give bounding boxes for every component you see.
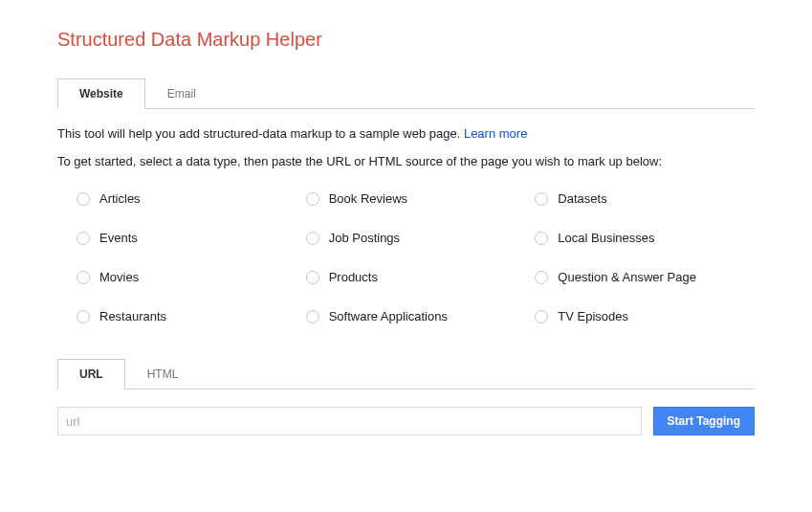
data-type-options: Articles Book Reviews Datasets Events Jo… xyxy=(57,191,755,323)
option-articles[interactable]: Articles xyxy=(77,191,296,206)
learn-more-link[interactable]: Learn more xyxy=(464,126,527,141)
option-label: Software Applications xyxy=(329,309,448,323)
intro-text: This tool will help you add structured-d… xyxy=(57,126,755,141)
input-tab-bar: URL HTML xyxy=(57,358,755,390)
option-software-apps[interactable]: Software Applications xyxy=(306,309,526,323)
url-input[interactable] xyxy=(57,407,642,435)
option-label: Job Postings xyxy=(329,231,400,245)
radio-icon xyxy=(306,271,319,284)
radio-icon xyxy=(77,271,90,284)
radio-icon xyxy=(535,192,548,206)
option-label: Datasets xyxy=(558,191,606,206)
tab-html[interactable]: HTML xyxy=(125,359,201,390)
radio-icon xyxy=(77,232,90,245)
option-movies[interactable]: Movies xyxy=(77,270,296,284)
option-book-reviews[interactable]: Book Reviews xyxy=(306,191,526,206)
radio-icon xyxy=(77,310,90,323)
option-restaurants[interactable]: Restaurants xyxy=(77,309,296,323)
option-local-businesses[interactable]: Local Businesses xyxy=(535,231,755,245)
instruction-text: To get started, select a data type, then… xyxy=(57,154,755,168)
option-job-postings[interactable]: Job Postings xyxy=(306,231,526,245)
radio-icon xyxy=(535,310,548,323)
option-label: Products xyxy=(329,270,378,284)
option-label: Local Businesses xyxy=(558,231,654,245)
option-label: Articles xyxy=(99,191,141,206)
option-datasets[interactable]: Datasets xyxy=(535,191,755,206)
page-title: Structured Data Markup Helper xyxy=(57,29,755,51)
tab-website[interactable]: Website xyxy=(57,78,145,109)
option-label: Movies xyxy=(99,270,139,284)
radio-icon xyxy=(535,232,548,245)
intro-copy: This tool will help you add structured-d… xyxy=(57,126,464,141)
option-tv-episodes[interactable]: TV Episodes xyxy=(535,309,755,323)
option-label: Question & Answer Page xyxy=(558,270,696,284)
tab-email[interactable]: Email xyxy=(145,78,218,109)
radio-icon xyxy=(306,310,319,323)
option-qa-page[interactable]: Question & Answer Page xyxy=(535,270,755,284)
option-label: Events xyxy=(99,231,138,245)
radio-icon xyxy=(306,232,319,245)
main-tab-bar: Website Email xyxy=(57,78,755,109)
option-label: TV Episodes xyxy=(558,309,628,323)
start-tagging-button[interactable]: Start Tagging xyxy=(653,407,755,435)
radio-icon xyxy=(306,192,319,206)
tab-url[interactable]: URL xyxy=(57,359,125,390)
option-label: Restaurants xyxy=(99,309,166,323)
option-label: Book Reviews xyxy=(329,191,407,206)
radio-icon xyxy=(535,271,548,284)
radio-icon xyxy=(77,192,90,206)
option-events[interactable]: Events xyxy=(77,231,296,245)
option-products[interactable]: Products xyxy=(306,270,526,284)
input-row: Start Tagging xyxy=(57,407,755,435)
